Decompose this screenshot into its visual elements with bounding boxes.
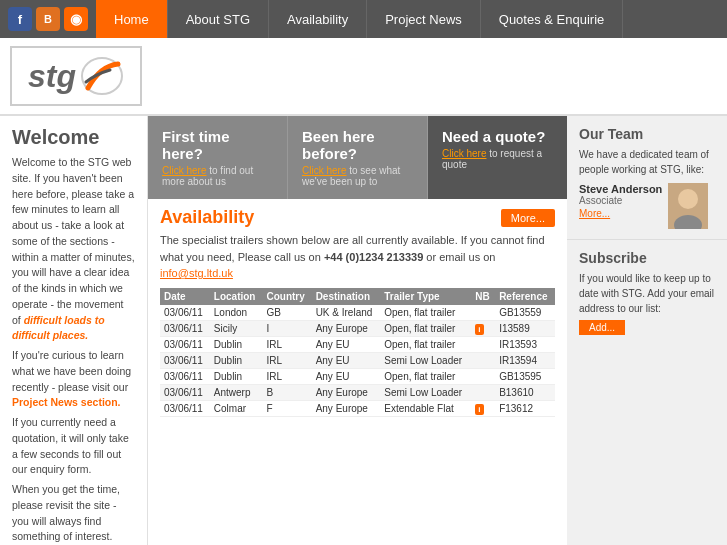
- table-cell: F13612: [495, 400, 555, 416]
- table-cell: Dublin: [210, 368, 263, 384]
- subscribe-add-button[interactable]: Add...: [579, 320, 625, 335]
- table-cell: Dublin: [210, 352, 263, 368]
- table-cell: Any Europe: [312, 320, 381, 336]
- sidebar-text-1: Welcome to the STG web site. If you have…: [12, 155, 135, 344]
- info-badge: i: [475, 324, 483, 335]
- our-team-title: Our Team: [579, 126, 715, 142]
- center-content: First time here? Click here to find out …: [148, 116, 567, 545]
- table-cell: Open, flat trailer: [380, 368, 471, 384]
- sidebar-text-3: If you currently need a quotation, it wi…: [12, 415, 135, 478]
- table-cell: Semi Low Loader: [380, 352, 471, 368]
- table-cell: Any Europe: [312, 400, 381, 416]
- main-content: Welcome Welcome to the STG web site. If …: [0, 116, 727, 545]
- team-more-link[interactable]: More...: [579, 208, 610, 219]
- svg-point-2: [678, 189, 698, 209]
- table-cell: 03/06/11: [160, 400, 210, 416]
- team-member-role: Associate: [579, 195, 662, 206]
- table-cell: 03/06/11: [160, 336, 210, 352]
- table-cell: [471, 368, 495, 384]
- banner-been-desc: Click here to see what we've been up to: [302, 165, 413, 187]
- table-cell: 03/06/11: [160, 352, 210, 368]
- table-cell: Sicily: [210, 320, 263, 336]
- banner-row: First time here? Click here to find out …: [148, 116, 567, 199]
- nav-tab-home[interactable]: Home: [96, 0, 168, 38]
- table-cell: 03/06/11: [160, 305, 210, 321]
- table-cell: IRL: [262, 368, 311, 384]
- table-cell: IRL: [262, 352, 311, 368]
- blog-icon[interactable]: B: [36, 7, 60, 31]
- logo: stg: [10, 46, 142, 106]
- table-cell: GB13595: [495, 368, 555, 384]
- banner-been-link[interactable]: Click here: [302, 165, 346, 176]
- table-cell: Any EU: [312, 368, 381, 384]
- team-photo: [668, 183, 708, 229]
- email-intro: or email us on: [426, 251, 495, 263]
- sidebar-text-4: When you get the time, please revisit th…: [12, 482, 135, 545]
- table-cell: 03/06/11: [160, 368, 210, 384]
- table-row: 03/06/11ColmarFAny EuropeExtendable Flat…: [160, 400, 555, 416]
- table-cell: [471, 305, 495, 321]
- availability-title: Availability: [160, 207, 254, 228]
- banner-been-here: Been here before? Click here to see what…: [288, 116, 428, 199]
- info-badge: i: [475, 404, 483, 415]
- right-sidebar: Our Team We have a dedicated team of peo…: [567, 116, 727, 545]
- team-info: Steve Anderson Associate More...: [579, 183, 662, 220]
- table-row: 03/06/11DublinIRLAny EUSemi Low LoaderIR…: [160, 352, 555, 368]
- sidebar-text-2: If you're curious to learn what we have …: [12, 348, 135, 411]
- banner-quote-link[interactable]: Click here: [442, 148, 486, 159]
- banner-first-time: First time here? Click here to find out …: [148, 116, 288, 199]
- table-cell: GB: [262, 305, 311, 321]
- our-team-desc: We have a dedicated team of people worki…: [579, 147, 715, 177]
- logo-text: stg: [28, 58, 76, 95]
- nav-tab-project-news[interactable]: Project News: [367, 0, 481, 38]
- banner-first-title: First time here?: [162, 128, 273, 162]
- nav-tabs: Home About STG Availability Project News…: [96, 0, 727, 38]
- col-destination: Destination: [312, 288, 381, 305]
- project-news-link[interactable]: Project News section.: [12, 396, 121, 408]
- table-cell: Dublin: [210, 336, 263, 352]
- table-cell: Open, flat trailer: [380, 305, 471, 321]
- subscribe-desc: If you would like to keep up to date wit…: [579, 271, 715, 316]
- table-cell: Any Europe: [312, 384, 381, 400]
- nav-tab-availability[interactable]: Availability: [269, 0, 367, 38]
- table-cell: IRL: [262, 336, 311, 352]
- availability-more-button[interactable]: More...: [501, 209, 555, 227]
- table-cell: [471, 336, 495, 352]
- subscribe-title: Subscribe: [579, 250, 715, 266]
- facebook-icon[interactable]: f: [8, 7, 32, 31]
- nav-tab-about[interactable]: About STG: [168, 0, 269, 38]
- table-cell: Semi Low Loader: [380, 384, 471, 400]
- table-cell: London: [210, 305, 263, 321]
- banner-first-link[interactable]: Click here: [162, 165, 206, 176]
- banner-first-desc: Click here to find out more about us: [162, 165, 273, 187]
- table-cell: [471, 384, 495, 400]
- table-row: 03/06/11DublinIRLAny EUOpen, flat traile…: [160, 336, 555, 352]
- sidebar-welcome-title: Welcome: [12, 126, 135, 149]
- availability-desc: The specialist trailers shown below are …: [160, 232, 555, 282]
- table-cell: Colmar: [210, 400, 263, 416]
- logo-swoosh: [80, 56, 124, 96]
- table-cell: GB13559: [495, 305, 555, 321]
- rss-icon[interactable]: ◉: [64, 7, 88, 31]
- table-cell: B13610: [495, 384, 555, 400]
- table-cell: Any EU: [312, 336, 381, 352]
- banner-been-title: Been here before?: [302, 128, 413, 162]
- logo-bar: stg: [0, 38, 727, 116]
- left-sidebar: Welcome Welcome to the STG web site. If …: [0, 116, 148, 545]
- table-row: 03/06/11LondonGBUK & IrelandOpen, flat t…: [160, 305, 555, 321]
- difficult-text: difficult loads to difficult places.: [12, 314, 105, 342]
- table-cell: Antwerp: [210, 384, 263, 400]
- col-trailer-type: Trailer Type: [380, 288, 471, 305]
- availability-table: Date Location Country Destination Traile…: [160, 288, 555, 417]
- nav-tab-quotes[interactable]: Quotes & Enquirie: [481, 0, 624, 38]
- email-link[interactable]: info@stg.ltd.uk: [160, 267, 233, 279]
- table-row: 03/06/11DublinIRLAny EUOpen, flat traile…: [160, 368, 555, 384]
- team-member-name: Steve Anderson: [579, 183, 662, 195]
- table-cell: 03/06/11: [160, 320, 210, 336]
- navigation-bar: f B ◉ Home About STG Availability Projec…: [0, 0, 727, 38]
- col-reference: Reference: [495, 288, 555, 305]
- table-cell: B: [262, 384, 311, 400]
- banner-quote: Need a quote? Click here to request a qu…: [428, 116, 567, 199]
- table-cell: UK & Ireland: [312, 305, 381, 321]
- table-cell: Open, flat trailer: [380, 336, 471, 352]
